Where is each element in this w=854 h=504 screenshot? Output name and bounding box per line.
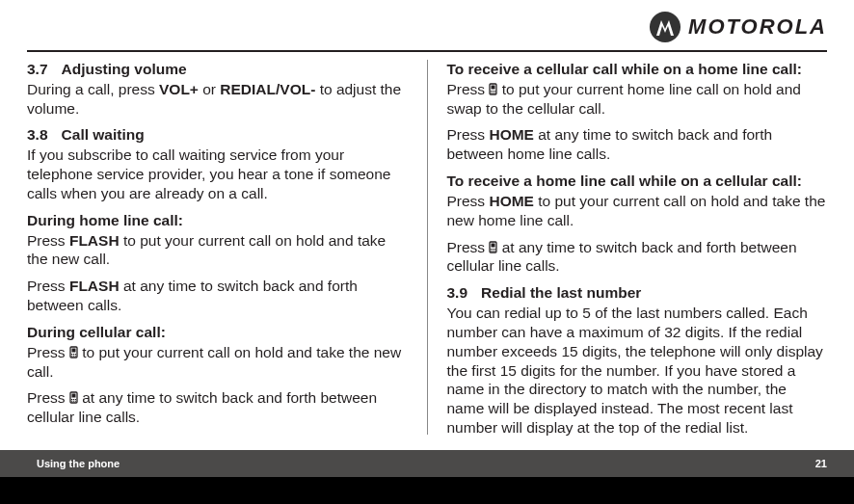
svg-rect-7 bbox=[75, 355, 76, 356]
section-heading: Call waiting bbox=[62, 126, 145, 143]
paragraph: If you subscribe to call waiting service… bbox=[27, 146, 408, 202]
svg-rect-10 bbox=[71, 399, 72, 400]
svg-rect-30 bbox=[493, 250, 494, 251]
svg-rect-22 bbox=[493, 93, 494, 93]
content-area: 3.7Adjusting volume During a call, press… bbox=[27, 60, 827, 435]
section-heading: Adjusting volume bbox=[62, 61, 187, 77]
svg-rect-23 bbox=[494, 93, 495, 93]
paragraph: Press at any time to switch back and for… bbox=[27, 388, 408, 427]
svg-rect-12 bbox=[75, 399, 76, 400]
section-number: 3.7 bbox=[27, 61, 48, 77]
svg-rect-13 bbox=[71, 401, 72, 402]
svg-rect-9 bbox=[71, 394, 75, 398]
header-divider bbox=[27, 50, 827, 52]
svg-rect-3 bbox=[73, 354, 74, 355]
section-3-7-title: 3.7Adjusting volume bbox=[27, 60, 408, 79]
paragraph: Press FLASH at any time to switch back a… bbox=[27, 277, 408, 315]
paragraph: Press to put your current home line call… bbox=[447, 80, 828, 119]
svg-rect-2 bbox=[71, 354, 72, 355]
brand-wordmark: MOTOROLA bbox=[688, 14, 827, 40]
paragraph: Press FLASH to put your current call on … bbox=[27, 231, 408, 270]
subheading: To receive a home line call while on a c… bbox=[447, 172, 828, 191]
svg-rect-27 bbox=[493, 249, 494, 250]
paragraph: Press HOME at any time to switch back an… bbox=[447, 125, 828, 164]
footer-chapter: Using the phone bbox=[37, 458, 120, 469]
svg-rect-11 bbox=[73, 399, 74, 400]
subheading: To receive a cellular call while on a ho… bbox=[447, 60, 828, 79]
section-heading: Redial the last number bbox=[481, 284, 641, 301]
svg-rect-1 bbox=[71, 348, 75, 352]
cell-phone-icon bbox=[69, 346, 78, 358]
section-number: 3.9 bbox=[447, 284, 468, 301]
motorola-logo-icon bbox=[650, 12, 681, 42]
cell-phone-icon bbox=[69, 391, 78, 404]
paragraph: During a call, press VOL+ or REDIAL/VOL-… bbox=[27, 80, 408, 119]
left-column: 3.7Adjusting volume During a call, press… bbox=[27, 60, 408, 435]
svg-rect-25 bbox=[492, 243, 495, 247]
svg-rect-29 bbox=[491, 250, 492, 251]
svg-rect-21 bbox=[491, 93, 492, 93]
paragraph: Press at any time to switch back and for… bbox=[447, 238, 828, 277]
svg-rect-18 bbox=[491, 91, 492, 92]
section-number: 3.8 bbox=[27, 126, 48, 143]
column-divider bbox=[427, 60, 428, 435]
svg-rect-5 bbox=[71, 355, 72, 356]
svg-rect-20 bbox=[494, 91, 495, 92]
section-3-8-title: 3.8Call waiting bbox=[27, 125, 408, 145]
svg-rect-4 bbox=[75, 354, 76, 355]
right-column: To receive a cellular call while on a ho… bbox=[447, 60, 828, 435]
subheading: During cellular call: bbox=[27, 323, 408, 342]
svg-rect-28 bbox=[494, 249, 495, 250]
section-3-9-title: 3.9Redial the last number bbox=[447, 283, 828, 303]
svg-rect-26 bbox=[491, 249, 492, 250]
page-footer: Using the phone 21 bbox=[0, 450, 854, 477]
svg-rect-17 bbox=[492, 85, 495, 89]
subheading: During home line call: bbox=[27, 211, 408, 230]
svg-rect-14 bbox=[73, 401, 74, 402]
paragraph: Press to put your current call on hold a… bbox=[27, 343, 408, 382]
svg-rect-6 bbox=[73, 355, 74, 356]
page-number: 21 bbox=[815, 458, 827, 469]
paragraph: You can redial up to 5 of the last numbe… bbox=[447, 304, 828, 438]
svg-rect-31 bbox=[494, 250, 495, 251]
header: MOTOROLA bbox=[650, 12, 827, 42]
document-page: MOTOROLA 3.7Adjusting volume During a ca… bbox=[0, 0, 854, 477]
svg-rect-15 bbox=[75, 401, 76, 402]
svg-rect-19 bbox=[493, 91, 494, 92]
paragraph: Press HOME to put your current call on h… bbox=[447, 192, 828, 230]
